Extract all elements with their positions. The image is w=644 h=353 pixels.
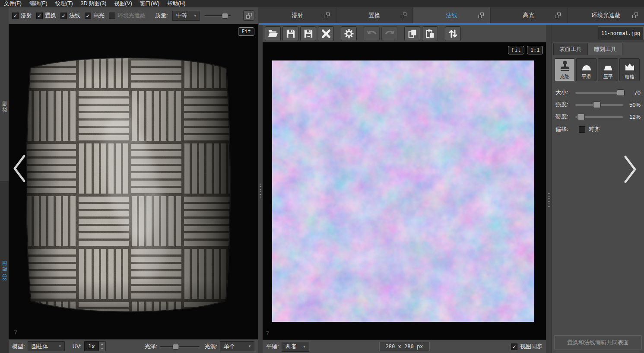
displacement-toggle[interactable]: ✓ 置换: [36, 12, 56, 19]
sidebar-header: 11-normal.jpg: [552, 25, 644, 42]
actual-size-button[interactable]: 1:1: [527, 46, 543, 54]
open-file-button[interactable]: [265, 26, 281, 41]
splitter-grip: [260, 184, 261, 199]
quality-slider-handle[interactable]: [222, 13, 228, 19]
menu-view[interactable]: 视图(V): [110, 0, 136, 7]
tab-displacement-label: 置换: [368, 12, 380, 19]
menu-window[interactable]: 窗口(W): [136, 0, 163, 7]
menu-help[interactable]: 帮助(H): [163, 0, 189, 7]
specular-checkbox[interactable]: ✓: [85, 13, 91, 19]
displacement-checkbox[interactable]: ✓: [36, 13, 43, 19]
chevron-down-icon: ▼: [58, 344, 62, 348]
strength-slider-handle[interactable]: [593, 102, 601, 108]
size-slider[interactable]: [575, 89, 623, 96]
menu-file[interactable]: 文件(F): [0, 0, 25, 7]
view-sync-toggle[interactable]: ✓ 视图同步: [511, 343, 542, 350]
strength-slider[interactable]: [575, 101, 623, 108]
redo-icon: [384, 29, 395, 38]
paste-button[interactable]: [422, 26, 438, 41]
tile-select[interactable]: 两者 ▼: [282, 342, 309, 352]
uv-stepper-buttons[interactable]: ▲ ▼: [99, 341, 106, 351]
roughen-tool-button[interactable]: 粗糙: [619, 58, 640, 81]
light-select[interactable]: 单个 ▼: [220, 341, 254, 351]
menu-3dmap[interactable]: 3D 贴图(3): [77, 0, 111, 7]
tab-displacement[interactable]: 置换: [336, 7, 413, 23]
align-checkbox[interactable]: [579, 126, 585, 133]
hardness-slider[interactable]: [575, 113, 623, 121]
tab-diffuse-label: 漫射: [292, 12, 303, 19]
fit-map-view-button[interactable]: Fit: [508, 46, 524, 54]
save-as-button[interactable]: [300, 26, 316, 41]
close-icon: [321, 29, 331, 38]
copy-icon: [408, 29, 417, 38]
size-slider-handle[interactable]: [617, 89, 625, 96]
copy-button[interactable]: [404, 26, 420, 41]
model-label: 模型:: [12, 343, 25, 350]
right-splitter[interactable]: [546, 25, 552, 353]
uv-stepper[interactable]: 1x ▲ ▼: [84, 341, 106, 351]
left-splitter[interactable]: [258, 7, 263, 353]
detach-tab-icon[interactable]: [632, 13, 638, 18]
hardness-slider-handle[interactable]: [577, 114, 585, 120]
flatten-tool-button[interactable]: 压平: [598, 58, 618, 81]
stepper-up-icon[interactable]: ▲: [99, 342, 105, 347]
editor-bottom-bar: 平铺: 两者 ▼ 280 x 280 px ✓ 视图同步: [263, 340, 546, 353]
next-texture-arrow[interactable]: [623, 154, 638, 184]
chevron-down-icon: ▼: [248, 344, 251, 348]
map-tab-bar: 漫射 置换 法线 高光 环境光遮蔽: [259, 7, 644, 25]
sort-order-button[interactable]: [445, 26, 461, 41]
detach-tab-icon[interactable]: [401, 13, 406, 18]
stepper-down-icon[interactable]: ▼: [99, 347, 105, 351]
tab-diffuse[interactable]: 漫射: [259, 7, 336, 23]
menu-texture[interactable]: 纹理(T): [51, 0, 77, 7]
gloss-slider[interactable]: [160, 343, 200, 350]
hardness-label: 硬度:: [555, 113, 572, 121]
open-folder-icon: [268, 29, 278, 38]
ao-checkbox: [109, 13, 115, 19]
diffuse-toggle[interactable]: ✓ 漫射: [12, 12, 32, 19]
normal-checkbox[interactable]: ✓: [60, 13, 67, 19]
model-value: 圆柱体: [32, 343, 48, 350]
tile-label: 平铺:: [266, 343, 279, 350]
model-select[interactable]: 圆柱体 ▼: [28, 341, 65, 351]
brush-tools-row: 克隆 平滑 压平 粗糙: [555, 58, 640, 81]
gloss-slider-handle[interactable]: [173, 344, 179, 350]
help-mark-map-view: ?: [266, 330, 270, 337]
specular-toggle[interactable]: ✓ 高光: [85, 12, 105, 19]
tools-sidebar: 11-normal.jpg 表面工具 雕刻工具 克隆 平滑: [552, 25, 644, 353]
diffuse-checkbox[interactable]: ✓: [12, 13, 19, 19]
smooth-tool-button[interactable]: 平滑: [576, 58, 596, 81]
size-label: 大小:: [555, 89, 572, 96]
normal-map-image[interactable]: [272, 60, 534, 322]
undo-icon: [367, 29, 377, 38]
view-sync-checkbox[interactable]: ✓: [511, 343, 517, 350]
shared-surface-button[interactable]: 置换和法线编辑共同表面: [554, 335, 642, 350]
tab-ao[interactable]: 环境光遮蔽: [568, 7, 644, 23]
tab-normal[interactable]: 法线: [413, 7, 490, 23]
detach-3d-view-button[interactable]: [243, 10, 254, 21]
save-button[interactable]: [282, 26, 298, 41]
fit-3d-view-button[interactable]: Fit: [238, 27, 254, 36]
tab-surface-tools[interactable]: 表面工具: [553, 43, 588, 55]
tab-specular[interactable]: 高光: [491, 7, 567, 23]
close-texture-button[interactable]: [318, 26, 334, 41]
strength-value: 50%: [627, 102, 641, 108]
paste-icon: [425, 29, 435, 38]
detach-tab-icon[interactable]: [555, 13, 561, 18]
detach-tab-icon[interactable]: [478, 13, 484, 18]
quality-slider[interactable]: [204, 12, 231, 19]
detach-tab-icon[interactable]: [324, 13, 330, 18]
stamp-icon: [559, 60, 571, 72]
previous-texture-arrow[interactable]: [11, 153, 27, 184]
menu-edit[interactable]: 编辑(E): [25, 0, 51, 7]
tab-sculpt-tools[interactable]: 雕刻工具: [588, 43, 622, 55]
dock-tab-texture[interactable]: 纹理: [0, 7, 9, 182]
clone-tool-button[interactable]: 克隆: [555, 58, 575, 81]
normal-toggle[interactable]: ✓ 法线: [60, 12, 80, 19]
settings-button[interactable]: [341, 26, 357, 41]
dock-tab-3dmap[interactable]: 3D 贴图: [0, 182, 9, 353]
quality-label: 质量:: [155, 12, 168, 19]
quality-select[interactable]: 中等 ▼: [172, 11, 200, 21]
image-size-button[interactable]: 280 x 280 px: [379, 342, 430, 351]
cylinder-3d-preview[interactable]: [22, 48, 234, 321]
